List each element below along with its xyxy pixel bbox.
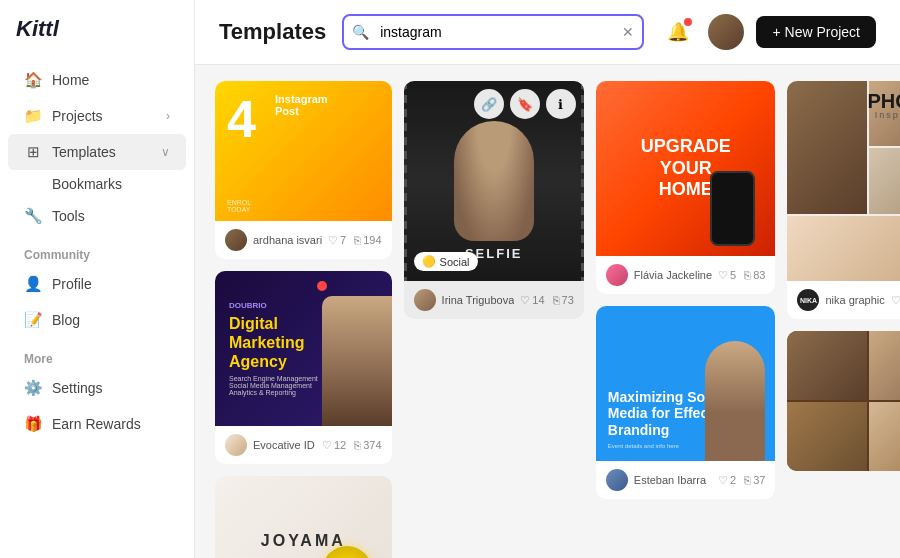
card-stats: ♡ 3 ⎘ 18 — [891, 294, 900, 307]
bookmark-overlay-button[interactable]: 🔖 — [510, 89, 540, 119]
template-card-joyama[interactable]: JOYAMA — [215, 476, 392, 558]
sidebar-item-earn-rewards[interactable]: 🎁 Earn Rewards — [8, 406, 186, 442]
sidebar-item-templates[interactable]: ⊞ Templates ∨ — [8, 134, 186, 170]
sidebar-item-blog[interactable]: 📝 Blog — [8, 302, 186, 338]
sidebar-item-bookmarks[interactable]: Bookmarks — [44, 170, 194, 198]
template-card-brown-grid[interactable] — [787, 331, 900, 471]
card-stats: ♡ 2 ⎘ 37 — [718, 474, 765, 487]
projects-icon: 📁 — [24, 107, 42, 125]
card-footer: Evocative ID ♡ 12 ⎘ 374 — [215, 426, 392, 464]
sidebar-item-label: Templates — [52, 144, 116, 160]
template-card-photo-inspiration[interactable]: PHOTOInspiration NIKA nika graphic ♡ 3 ⎘… — [787, 81, 900, 319]
page-title: Templates — [219, 19, 326, 45]
photo-label: PHOTOInspiration — [867, 91, 900, 120]
search-icon: 🔍 — [352, 24, 369, 40]
clear-search-button[interactable]: ✕ — [622, 24, 634, 40]
sidebar-item-label: Settings — [52, 380, 103, 396]
templates-icon: ⊞ — [24, 143, 42, 161]
main-content: Templates 🔍 ✕ 🔔 + New Project 4 — [195, 0, 900, 558]
sidebar-item-home[interactable]: 🏠 Home — [8, 62, 186, 98]
sidebar-item-profile[interactable]: 👤 Profile — [8, 266, 186, 302]
photo-cell-3 — [869, 148, 900, 213]
grid-col-2: SELFIE 🔗 🔖 ℹ 🟡 Social Irina Trigubova — [404, 81, 584, 319]
template-card-upgrade-home[interactable]: UPGRADEYOURHOME Flávia Jackeline ♡ 5 ⎘ 8… — [596, 81, 776, 294]
sidebar-item-tools[interactable]: 🔧 Tools — [8, 198, 186, 234]
avatar[interactable] — [708, 14, 744, 50]
community-section-label: Community — [0, 234, 194, 266]
template-card-social-branding[interactable]: Maximizing SocialMedia for EffectiveBran… — [596, 306, 776, 499]
link-overlay-button[interactable]: 🔗 — [474, 89, 504, 119]
template-card-instagram-post[interactable]: 4 InstagramPost ENROLTODAY ardhana isvar… — [215, 81, 392, 259]
grid-col-1: 4 InstagramPost ENROLTODAY ardhana isvar… — [215, 81, 392, 558]
author-name: Flávia Jackeline — [634, 269, 712, 281]
grid-col-4: PHOTOInspiration NIKA nika graphic ♡ 3 ⎘… — [787, 81, 900, 471]
copies-stat: ⎘ 374 — [354, 439, 381, 452]
sidebar-item-label: Profile — [52, 276, 92, 292]
digital-person-graphic — [322, 296, 392, 426]
blog-icon: 📝 — [24, 311, 42, 329]
branding-person-graphic — [705, 341, 765, 461]
sidebar: Kittl 🏠 Home 📁 Projects › ⊞ Templates ∨ … — [0, 0, 195, 558]
notification-badge — [684, 18, 692, 26]
card-stats: ♡ 7 ⎘ 194 — [328, 234, 381, 247]
author-name: Evocative ID — [253, 439, 316, 451]
likes-stat: ♡ 2 — [718, 474, 736, 487]
card-footer: ardhana isvari ♡ 7 ⎘ 194 — [215, 221, 392, 259]
enrol-label: ENROLTODAY — [227, 199, 251, 213]
search-bar: 🔍 ✕ — [342, 14, 644, 50]
chevron-right-icon: › — [166, 109, 170, 123]
card-stats: ♡ 12 ⎘ 374 — [322, 439, 382, 452]
author-avatar: NIKA — [797, 289, 819, 311]
info-overlay-button[interactable]: ℹ — [546, 89, 576, 119]
header: Templates 🔍 ✕ 🔔 + New Project — [195, 0, 900, 65]
copies-stat: ⎘ 83 — [744, 269, 765, 282]
photo-cell-1 — [787, 81, 866, 214]
chevron-down-icon: ∨ — [161, 145, 170, 159]
new-project-button[interactable]: + New Project — [756, 16, 876, 48]
brown-cell-3 — [787, 402, 866, 471]
sidebar-item-label: Earn Rewards — [52, 416, 141, 432]
author-name: Esteban Ibarra — [634, 474, 712, 486]
profile-icon: 👤 — [24, 275, 42, 293]
author-avatar — [606, 264, 628, 286]
copies-stat: ⎘ 37 — [744, 474, 765, 487]
sidebar-item-label: Blog — [52, 312, 80, 328]
brown-cell-1 — [787, 331, 866, 400]
sidebar-item-projects[interactable]: 📁 Projects › — [8, 98, 186, 134]
sidebar-item-label: Tools — [52, 208, 85, 224]
card-footer: NIKA nika graphic ♡ 3 ⎘ 18 — [787, 281, 900, 319]
likes-stat: ♡ 3 — [891, 294, 900, 307]
author-name: ardhana isvari — [253, 234, 322, 246]
digital-dot-accent — [317, 281, 327, 291]
likes-stat: ♡ 7 — [328, 234, 346, 247]
home-icon: 🏠 — [24, 71, 42, 89]
grid-col-3: UPGRADEYOURHOME Flávia Jackeline ♡ 5 ⎘ 8… — [596, 81, 776, 499]
author-avatar — [225, 434, 247, 456]
search-input[interactable] — [342, 14, 644, 50]
sidebar-item-settings[interactable]: ⚙️ Settings — [8, 370, 186, 406]
social-badge: 🟡 Social — [414, 252, 478, 271]
card-footer: Flávia Jackeline ♡ 5 ⎘ 83 — [596, 256, 776, 294]
template-card-vintage-woman[interactable]: SELFIE 🔗 🔖 ℹ 🟡 Social Irina Trigubova — [404, 81, 584, 319]
card-stats: ♡ 5 ⎘ 83 — [718, 269, 765, 282]
rewards-icon: 🎁 — [24, 415, 42, 433]
sidebar-item-label: Home — [52, 72, 89, 88]
author-avatar — [606, 469, 628, 491]
settings-icon: ⚙️ — [24, 379, 42, 397]
template-card-digital-marketing[interactable]: DOUBRIO DigitalMarketingAgency Search En… — [215, 271, 392, 464]
post-number: 4 — [227, 93, 256, 145]
photo-cell-4 — [787, 216, 900, 281]
post-label: InstagramPost — [275, 93, 328, 117]
notification-button[interactable]: 🔔 — [660, 14, 696, 50]
card-hover-overlay: 🔗 🔖 ℹ — [404, 81, 584, 319]
likes-stat: ♡ 5 — [718, 269, 736, 282]
copies-stat: ⎘ 194 — [354, 234, 381, 247]
upgrade-phone-graphic — [710, 171, 755, 246]
logo: Kittl — [0, 16, 194, 62]
tools-icon: 🔧 — [24, 207, 42, 225]
joyama-label: JOYAMA — [261, 532, 346, 550]
templates-submenu: Bookmarks — [0, 170, 194, 198]
author-avatar — [225, 229, 247, 251]
brown-cell-4 — [869, 402, 900, 471]
card-footer: Esteban Ibarra ♡ 2 ⎘ 37 — [596, 461, 776, 499]
